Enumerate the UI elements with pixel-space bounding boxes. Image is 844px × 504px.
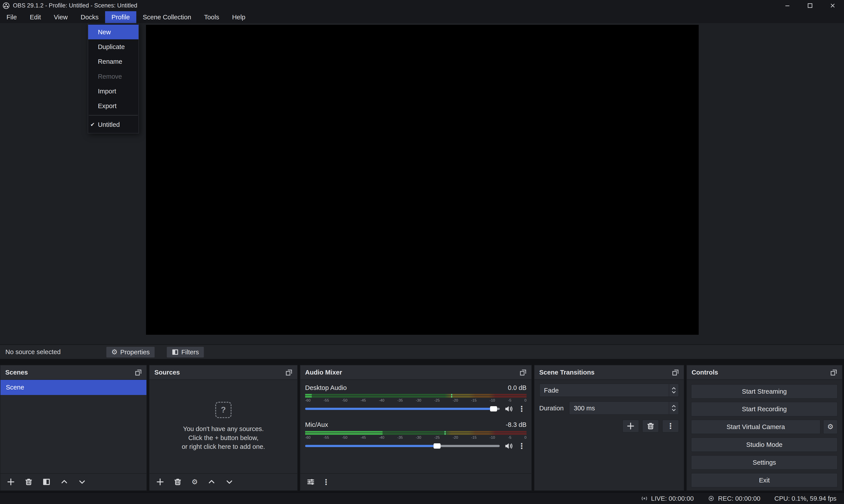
channel-volume-db: -8.3 dB (506, 421, 526, 428)
obs-logo-icon (3, 2, 10, 9)
scene-list-item[interactable]: Scene (0, 380, 146, 395)
popout-icon (830, 369, 837, 376)
volume-slider-handle[interactable] (490, 406, 497, 412)
meter-tick-label: -45 (361, 398, 366, 403)
spin-down-icon[interactable] (672, 409, 676, 411)
menu-view[interactable]: View (47, 11, 74, 23)
combo-arrows[interactable] (669, 384, 679, 397)
mute-button[interactable] (505, 405, 513, 413)
maximize-button[interactable] (799, 0, 821, 11)
menu-edit[interactable]: Edit (23, 11, 47, 23)
add-scene-button[interactable] (7, 478, 15, 486)
question-mark-icon: ? (215, 402, 231, 418)
channel-options-button[interactable]: ⋮ (518, 405, 525, 413)
trash-icon (647, 422, 655, 430)
menu-docks[interactable]: Docks (74, 11, 105, 23)
profile-name: Untitled (98, 121, 120, 128)
close-button[interactable] (821, 0, 844, 11)
sources-dock-header[interactable]: Sources (149, 365, 297, 380)
properties-button[interactable]: ⚙ Properties (106, 346, 155, 358)
move-scene-up-button[interactable] (60, 478, 68, 486)
dock-title: Scene Transitions (539, 368, 594, 376)
mixer-options-button[interactable]: ⋮ (322, 478, 330, 486)
menu-file[interactable]: File (0, 11, 23, 23)
move-source-up-button[interactable] (208, 478, 216, 486)
move-source-down-button[interactable] (225, 478, 233, 486)
rec-time: REC: 00:00:00 (718, 495, 760, 502)
channel-options-button[interactable]: ⋮ (518, 442, 525, 450)
plus-icon (156, 478, 164, 486)
meter-tick-label: -50 (342, 435, 347, 440)
meter-tick-label: -60 (305, 398, 311, 403)
speaker-icon (505, 405, 513, 413)
profile-menu-duplicate[interactable]: Duplicate (88, 39, 139, 54)
move-scene-down-button[interactable] (78, 478, 86, 486)
meter-tick-label: -55 (324, 398, 329, 403)
profile-menu-new[interactable]: New (88, 24, 139, 39)
minimize-icon (785, 3, 790, 8)
advanced-audio-properties-button[interactable] (307, 478, 315, 486)
profile-dropdown-menu: New Duplicate Rename Remove Import Expor… (88, 23, 139, 133)
preview-canvas[interactable] (146, 25, 699, 335)
duration-spinbox[interactable]: 300 ms (569, 401, 679, 415)
chevron-up-icon (672, 387, 676, 390)
settings-button[interactable]: Settings (691, 455, 838, 470)
audio-mixer-dock-header[interactable]: Audio Mixer (300, 365, 532, 380)
popout-button[interactable] (672, 369, 679, 376)
meter-tick-label: -30 (416, 435, 421, 440)
remove-scene-button[interactable] (24, 478, 33, 486)
mixer-channel-desktop-audio: Desktop Audio 0.0 dB -60-55-50-45-40-35-… (305, 383, 526, 413)
dock-title: Sources (154, 368, 180, 376)
transitions-dock-header[interactable]: Scene Transitions (535, 365, 684, 380)
mute-button[interactable] (505, 442, 513, 450)
scene-filters-button[interactable] (42, 478, 51, 486)
profile-menu-import[interactable]: Import (88, 84, 139, 98)
transition-select[interactable]: Fade (539, 383, 679, 397)
meter-tick-label: 0 (524, 398, 526, 403)
virtual-camera-settings-button[interactable]: ⚙ (823, 419, 838, 434)
controls-dock-header[interactable]: Controls (687, 365, 842, 380)
profile-menu-export[interactable]: Export (88, 99, 139, 113)
maximize-icon (807, 3, 813, 8)
popout-button[interactable] (285, 369, 292, 376)
menu-tools[interactable]: Tools (198, 11, 226, 23)
volume-slider[interactable] (305, 445, 500, 447)
live-status: LIVE: 00:00:00 (641, 495, 694, 502)
spin-up-icon[interactable] (672, 405, 676, 408)
studio-mode-button[interactable]: Studio Mode (691, 437, 838, 452)
volume-slider[interactable] (305, 408, 500, 410)
chevron-up-icon (208, 478, 216, 486)
add-source-button[interactable] (156, 478, 164, 486)
transition-options-button[interactable]: ⋮ (662, 419, 679, 433)
minimize-button[interactable] (776, 0, 799, 11)
menu-profile[interactable]: Profile (105, 11, 136, 23)
popout-button[interactable] (520, 369, 526, 376)
menu-scene-collection[interactable]: Scene Collection (136, 11, 198, 23)
popout-button[interactable] (830, 369, 837, 376)
exit-button[interactable]: Exit (691, 473, 838, 487)
profile-menu-rename[interactable]: Rename (88, 54, 139, 69)
check-icon: ✔ (90, 121, 95, 128)
sources-empty-state[interactable]: ? You don't have any sources. Click the … (149, 380, 297, 473)
mixer-body: Desktop Audio 0.0 dB -60-55-50-45-40-35-… (300, 380, 532, 473)
meter-tick-label: -10 (490, 398, 495, 403)
filters-button[interactable]: Filters (166, 346, 204, 358)
source-properties-button[interactable]: ⚙ (192, 479, 198, 486)
scenes-dock-header[interactable]: Scenes (0, 365, 146, 380)
meter-tick-label: 0 (524, 435, 526, 440)
volume-slider-handle[interactable] (433, 443, 441, 449)
popout-button[interactable] (135, 369, 142, 376)
remove-transition-button[interactable] (642, 419, 659, 433)
start-virtual-camera-button[interactable]: Start Virtual Camera (691, 419, 821, 434)
chevron-up-icon (60, 478, 68, 486)
meter-tick-label: -50 (342, 398, 347, 403)
start-recording-button[interactable]: Start Recording (691, 402, 838, 416)
scene-filters-icon (42, 478, 51, 486)
popout-icon (520, 369, 526, 376)
profile-menu-untitled[interactable]: ✔ Untitled (88, 117, 139, 132)
start-streaming-button[interactable]: Start Streaming (691, 384, 838, 399)
remove-source-button[interactable] (174, 478, 182, 486)
menu-help[interactable]: Help (226, 11, 252, 23)
add-transition-button[interactable] (623, 419, 639, 433)
meter-tick-label: -5 (508, 398, 511, 403)
